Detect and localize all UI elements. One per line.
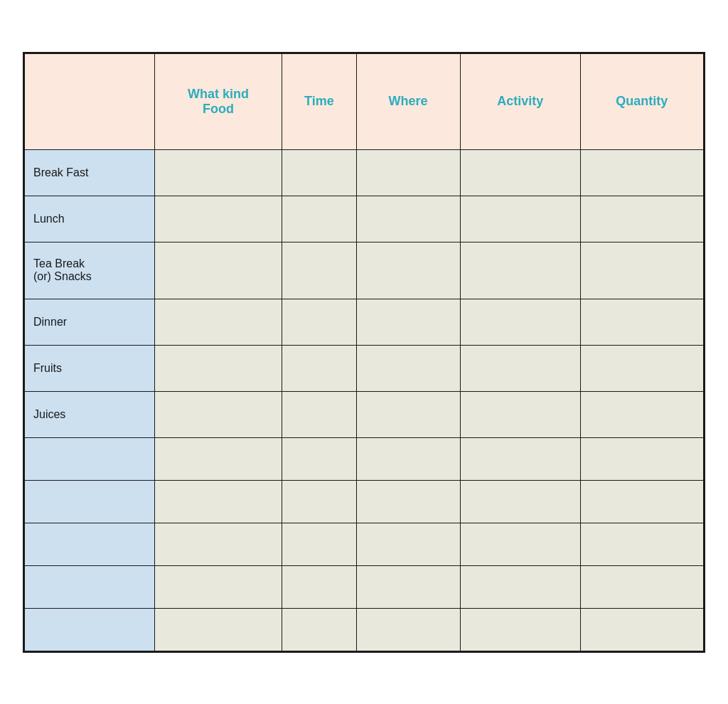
header-where: Where [356, 53, 460, 149]
row-cell[interactable] [460, 242, 580, 299]
row-cell[interactable] [580, 242, 703, 299]
row-cell[interactable] [282, 523, 356, 565]
row-cell[interactable] [154, 523, 282, 565]
row-cell[interactable] [282, 345, 356, 391]
row-cell[interactable] [356, 196, 460, 242]
row-cell[interactable] [460, 196, 580, 242]
row-cell[interactable] [154, 345, 282, 391]
row-cell[interactable] [282, 149, 356, 196]
row-cell[interactable] [154, 565, 282, 608]
row-cell[interactable] [356, 523, 460, 565]
row-cell[interactable] [460, 565, 580, 608]
row-cell[interactable] [282, 391, 356, 437]
header-quantity: Quantity [580, 53, 703, 149]
table-row: Lunch [25, 196, 704, 242]
food-diary-table: What kindFood Time Where Activity Quanti… [23, 52, 705, 653]
row-label-lunch: Lunch [25, 196, 155, 242]
row-cell[interactable] [154, 437, 282, 480]
table-row: Juices [25, 391, 704, 437]
table-row: Tea Break(or) Snacks [25, 242, 704, 299]
row-label-dinner: Dinner [25, 299, 155, 345]
row-cell[interactable] [356, 608, 460, 651]
row-label-teabreak: Tea Break(or) Snacks [25, 242, 155, 299]
row-cell[interactable] [580, 565, 703, 608]
row-cell[interactable] [580, 608, 703, 651]
table-row: Dinner [25, 299, 704, 345]
row-cell[interactable] [282, 437, 356, 480]
row-label-blank[interactable] [25, 523, 155, 565]
table-row [25, 608, 704, 651]
row-cell[interactable] [356, 391, 460, 437]
row-label-fruits: Fruits [25, 345, 155, 391]
header-what-kind-food: What kindFood [154, 53, 282, 149]
row-cell[interactable] [154, 149, 282, 196]
row-cell[interactable] [154, 242, 282, 299]
table-row: Fruits [25, 345, 704, 391]
table-row [25, 565, 704, 608]
header-time: Time [282, 53, 356, 149]
row-cell[interactable] [154, 196, 282, 242]
row-cell[interactable] [154, 299, 282, 345]
row-label-blank[interactable] [25, 608, 155, 651]
row-cell[interactable] [356, 299, 460, 345]
row-cell[interactable] [580, 196, 703, 242]
row-cell[interactable] [460, 437, 580, 480]
row-cell[interactable] [580, 391, 703, 437]
table-row [25, 480, 704, 523]
table-row: Break Fast [25, 149, 704, 196]
row-cell[interactable] [282, 196, 356, 242]
row-cell[interactable] [580, 480, 703, 523]
row-label-blank[interactable] [25, 565, 155, 608]
row-cell[interactable] [154, 480, 282, 523]
row-cell[interactable] [580, 149, 703, 196]
row-cell[interactable] [356, 565, 460, 608]
row-label-juices: Juices [25, 391, 155, 437]
row-cell[interactable] [356, 437, 460, 480]
row-cell[interactable] [460, 523, 580, 565]
row-cell[interactable] [356, 242, 460, 299]
row-cell[interactable] [356, 480, 460, 523]
row-cell[interactable] [460, 480, 580, 523]
row-cell[interactable] [282, 242, 356, 299]
table-row [25, 523, 704, 565]
row-cell[interactable] [580, 437, 703, 480]
table-row [25, 437, 704, 480]
header-row: What kindFood Time Where Activity Quanti… [25, 53, 704, 149]
header-activity: Activity [460, 53, 580, 149]
row-cell[interactable] [460, 149, 580, 196]
row-cell[interactable] [356, 149, 460, 196]
row-cell[interactable] [580, 523, 703, 565]
row-cell[interactable] [460, 391, 580, 437]
row-cell[interactable] [154, 608, 282, 651]
row-cell[interactable] [282, 608, 356, 651]
row-label-blank[interactable] [25, 480, 155, 523]
row-cell[interactable] [282, 565, 356, 608]
row-cell[interactable] [282, 299, 356, 345]
row-cell[interactable] [460, 299, 580, 345]
row-cell[interactable] [282, 480, 356, 523]
row-cell[interactable] [580, 345, 703, 391]
row-cell[interactable] [460, 345, 580, 391]
row-cell[interactable] [580, 299, 703, 345]
header-empty [25, 53, 155, 149]
row-cell[interactable] [460, 608, 580, 651]
row-cell[interactable] [356, 345, 460, 391]
row-cell[interactable] [154, 391, 282, 437]
row-label-blank[interactable] [25, 437, 155, 480]
row-label-breakfast: Break Fast [25, 149, 155, 196]
